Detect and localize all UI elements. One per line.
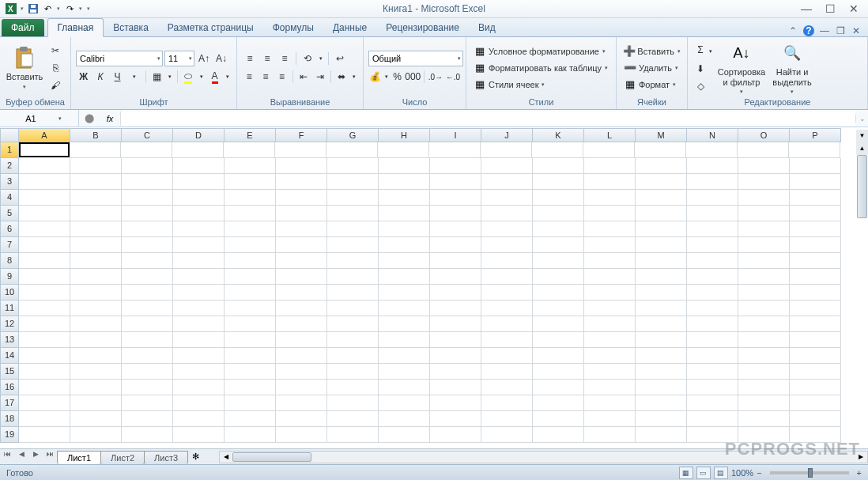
column-header[interactable]: E bbox=[225, 128, 276, 142]
scroll-left-icon[interactable]: ◀ bbox=[220, 453, 232, 460]
cell[interactable] bbox=[173, 380, 225, 395]
font-color-dropdown-icon[interactable]: ▾ bbox=[224, 69, 232, 85]
cell[interactable] bbox=[738, 237, 790, 253]
row-header[interactable]: 1 bbox=[0, 142, 19, 158]
italic-button[interactable]: К bbox=[92, 69, 108, 85]
sheet-tab-2[interactable]: Лист2 bbox=[100, 451, 145, 464]
cell[interactable] bbox=[327, 348, 379, 364]
cell[interactable] bbox=[687, 411, 738, 427]
paste-button[interactable]: Вставить ▾ bbox=[5, 39, 44, 96]
cell[interactable] bbox=[379, 206, 430, 221]
cell[interactable] bbox=[687, 221, 738, 237]
zoom-level[interactable]: 100% bbox=[731, 468, 753, 478]
last-sheet-icon[interactable]: ⏭ bbox=[43, 450, 57, 464]
cell[interactable] bbox=[430, 237, 481, 253]
cell[interactable] bbox=[70, 190, 122, 206]
increase-indent-icon[interactable]: ⇥ bbox=[312, 69, 327, 85]
cell[interactable] bbox=[172, 142, 224, 158]
column-header[interactable]: J bbox=[481, 128, 533, 142]
cell[interactable] bbox=[430, 253, 481, 269]
cell[interactable] bbox=[276, 332, 327, 348]
cell[interactable] bbox=[429, 142, 481, 158]
row-header[interactable]: 3 bbox=[0, 174, 19, 190]
borders-icon[interactable]: ▦ bbox=[149, 69, 164, 85]
cell[interactable] bbox=[790, 190, 841, 206]
cell[interactable] bbox=[481, 427, 533, 443]
cell[interactable] bbox=[19, 348, 70, 364]
cell[interactable] bbox=[533, 269, 584, 285]
cell[interactable] bbox=[173, 427, 225, 443]
accounting-dropdown-icon[interactable]: ▾ bbox=[383, 69, 390, 85]
cell[interactable] bbox=[430, 158, 481, 174]
cell[interactable] bbox=[121, 142, 172, 158]
format-as-table-button[interactable]: ▦Форматировать как таблицу▾ bbox=[471, 60, 611, 76]
cell[interactable] bbox=[584, 411, 636, 427]
cell[interactable] bbox=[687, 158, 738, 174]
cell[interactable] bbox=[379, 395, 430, 411]
cell[interactable] bbox=[276, 348, 327, 364]
cell[interactable] bbox=[276, 364, 327, 380]
hscroll-thumb[interactable] bbox=[232, 452, 311, 462]
cell[interactable] bbox=[70, 316, 122, 332]
merge-icon[interactable]: ⬌ bbox=[334, 69, 349, 85]
column-header[interactable]: C bbox=[122, 128, 173, 142]
cell[interactable] bbox=[70, 348, 122, 364]
cell[interactable] bbox=[225, 380, 276, 395]
sort-filter-button[interactable]: A↓ Сортировка и фильтр ▾ bbox=[718, 39, 765, 96]
cell[interactable] bbox=[687, 190, 738, 206]
cell[interactable] bbox=[687, 285, 738, 300]
cell[interactable] bbox=[276, 190, 327, 206]
cell[interactable] bbox=[173, 300, 225, 316]
row-header[interactable]: 16 bbox=[0, 380, 19, 395]
cell[interactable] bbox=[327, 174, 379, 190]
cell[interactable] bbox=[533, 158, 584, 174]
tab-formulas[interactable]: Формулы bbox=[263, 19, 323, 36]
column-header[interactable]: B bbox=[70, 128, 122, 142]
cell[interactable] bbox=[326, 142, 378, 158]
cell[interactable] bbox=[19, 142, 70, 157]
cell[interactable] bbox=[790, 253, 841, 269]
row-header[interactable]: 12 bbox=[0, 316, 19, 332]
format-painter-icon[interactable]: 🖌 bbox=[47, 77, 63, 93]
cell[interactable] bbox=[327, 158, 379, 174]
cell[interactable] bbox=[122, 316, 173, 332]
close-button[interactable]: ✕ bbox=[847, 2, 860, 15]
formula-input[interactable] bbox=[120, 111, 855, 126]
name-box[interactable]: ▾ bbox=[0, 110, 79, 127]
align-center-icon[interactable]: ≡ bbox=[259, 69, 274, 85]
cell[interactable] bbox=[636, 348, 687, 364]
cell[interactable] bbox=[122, 300, 173, 316]
cell[interactable] bbox=[173, 174, 225, 190]
cell[interactable] bbox=[276, 221, 327, 237]
cell[interactable] bbox=[636, 364, 687, 380]
cell[interactable] bbox=[430, 316, 481, 332]
cell[interactable] bbox=[790, 348, 841, 364]
cell[interactable] bbox=[738, 411, 790, 427]
cell[interactable] bbox=[636, 237, 687, 253]
cell[interactable] bbox=[327, 221, 379, 237]
cell[interactable] bbox=[481, 253, 533, 269]
align-left-icon[interactable]: ≡ bbox=[242, 69, 257, 85]
cell[interactable] bbox=[378, 142, 429, 158]
cell[interactable] bbox=[687, 206, 738, 221]
cell[interactable] bbox=[275, 142, 326, 158]
cell[interactable] bbox=[430, 348, 481, 364]
cell[interactable] bbox=[19, 206, 70, 221]
cell[interactable] bbox=[70, 158, 122, 174]
cell[interactable] bbox=[687, 253, 738, 269]
cell[interactable] bbox=[327, 206, 379, 221]
scroll-down-icon[interactable]: ▼ bbox=[856, 130, 868, 142]
cell[interactable] bbox=[790, 158, 841, 174]
cell[interactable] bbox=[225, 158, 276, 174]
qat-customize-icon[interactable]: ▾ bbox=[85, 6, 92, 12]
cell[interactable] bbox=[533, 380, 584, 395]
align-top-icon[interactable]: ≡ bbox=[242, 51, 258, 66]
cell[interactable] bbox=[225, 364, 276, 380]
row-header[interactable]: 13 bbox=[0, 332, 19, 348]
cell[interactable] bbox=[430, 380, 481, 395]
cell[interactable] bbox=[481, 190, 533, 206]
cell[interactable] bbox=[225, 190, 276, 206]
cell[interactable] bbox=[19, 395, 70, 411]
cell[interactable] bbox=[430, 269, 481, 285]
cell[interactable] bbox=[430, 332, 481, 348]
